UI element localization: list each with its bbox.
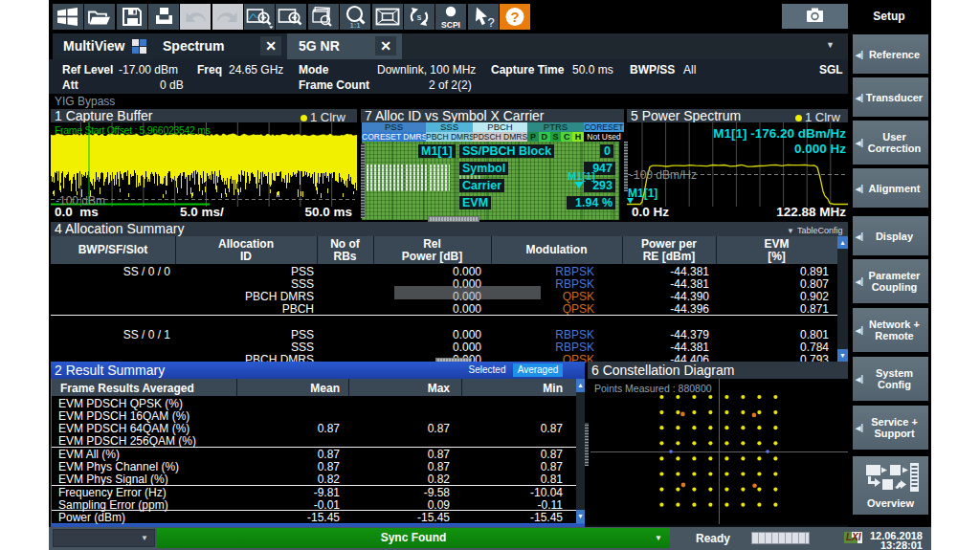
svg-text:?: ?: [487, 15, 494, 30]
svg-text:s: s: [417, 12, 422, 22]
svg-text:?: ?: [510, 9, 519, 25]
svg-text:1:1: 1:1: [350, 21, 362, 30]
svg-text:SCPI: SCPI: [441, 20, 460, 30]
